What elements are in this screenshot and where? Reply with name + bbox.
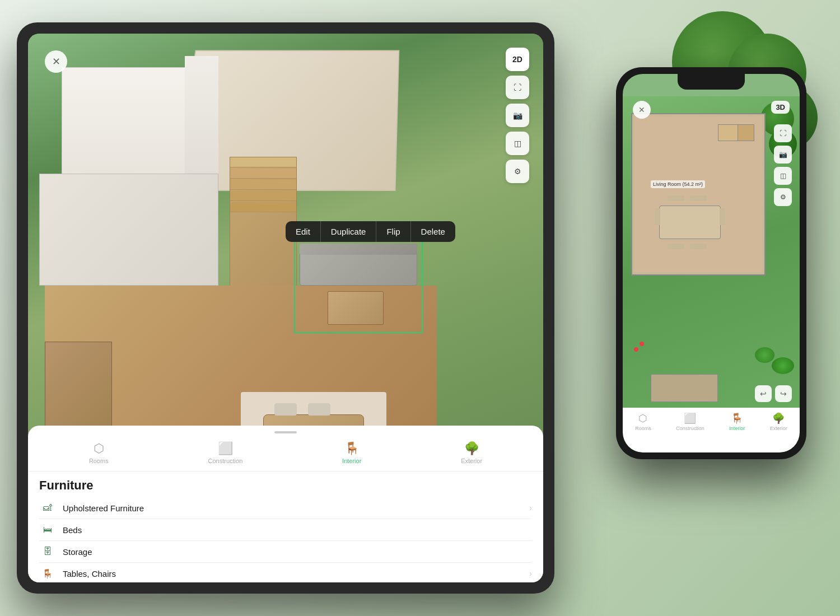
exterior-icon: 🌳: [464, 441, 479, 456]
panel-tabs: ⬡ Rooms ⬜ Construction 🪑 Interior 🌳 Exte…: [28, 437, 543, 472]
phone-chair-t1: [668, 195, 684, 201]
phone-chair-t2: [690, 195, 707, 201]
phone-layers-button[interactable]: ◫: [774, 167, 792, 185]
fullscreen-icon: ⛶: [514, 83, 521, 92]
wall-center: [185, 56, 218, 190]
flower-1: [634, 347, 638, 352]
step-5: [230, 202, 296, 212]
fullscreen-button[interactable]: ⛶: [506, 76, 529, 99]
arrow-0: ›: [529, 503, 532, 512]
flip-button[interactable]: Flip: [376, 221, 410, 242]
tab-construction[interactable]: ⬜ Construction: [199, 439, 252, 466]
phone-layers-icon: ◫: [780, 172, 786, 180]
app-container: Edit Duplicate Flip Delete: [0, 0, 840, 616]
phone-tab-rooms[interactable]: ⬡ Rooms: [635, 412, 651, 431]
step-4: [230, 191, 296, 201]
phone-dining-set: [659, 200, 721, 245]
rooms-icon: ⬡: [94, 441, 104, 456]
phone-settings-button[interactable]: ⚙: [774, 188, 792, 206]
tablet-toolbar: 2D ⛶ 📷 ◫ ⚙: [506, 48, 529, 183]
upholstered-icon: 🛋: [39, 502, 56, 514]
phone-chair-b2: [690, 244, 707, 249]
phone-item-2: [738, 124, 754, 141]
phone-rooms-icon: ⬡: [638, 412, 647, 424]
phone-item-1: [718, 124, 740, 141]
tab-rooms[interactable]: ⬡ Rooms: [80, 439, 118, 466]
phone-chair-r: [720, 208, 725, 225]
menu-item-upholstered[interactable]: 🛋 Upholstered Furniture ›: [39, 497, 532, 519]
phone-floorplan: Living Room (54.2 m²): [623, 96, 800, 408]
context-menu: Edit Duplicate Flip Delete: [286, 221, 455, 242]
tablet-screen: Edit Duplicate Flip Delete: [28, 34, 543, 582]
phone-table: [659, 206, 721, 239]
tables-icon: 🪑: [39, 568, 56, 579]
flower-2: [640, 342, 644, 346]
phone-shrub-2: [755, 347, 774, 363]
menu-item-tables[interactable]: 🪑 Tables, Chairs ›: [39, 563, 532, 582]
tablet-close-button[interactable]: ✕: [45, 50, 67, 73]
chair-3: [274, 403, 297, 416]
camera-button[interactable]: 📷: [506, 104, 529, 127]
phone-redo-button[interactable]: ↪: [775, 385, 792, 402]
step-3: [230, 180, 296, 190]
phone-tab-interior[interactable]: 🪑 Interior: [729, 412, 745, 431]
phone-construction-icon: ⬜: [684, 412, 696, 424]
phone-room-label: Living Room (54.2 m²): [651, 180, 705, 188]
chair-4: [308, 403, 330, 416]
phone-undo-redo: ↩ ↪: [755, 385, 792, 402]
phone-chair-l: [655, 208, 660, 225]
phone-camera-button[interactable]: 📷: [774, 146, 792, 164]
phone-close-button[interactable]: ✕: [633, 101, 651, 119]
construction-icon: ⬜: [218, 441, 233, 456]
bottom-panel: ⬡ Rooms ⬜ Construction 🪑 Interior 🌳 Exte…: [28, 426, 543, 582]
phone-notch: [678, 74, 745, 90]
sofa-area: [297, 241, 420, 330]
layers-icon: ◫: [514, 139, 521, 148]
duplicate-button[interactable]: Duplicate: [321, 221, 377, 242]
panel-content: Furniture 🛋 Upholstered Furniture › 🛏 Be…: [28, 472, 543, 582]
menu-item-beds[interactable]: 🛏 Beds ›: [39, 519, 532, 541]
tab-exterior[interactable]: 🌳 Exterior: [452, 439, 491, 466]
menu-item-storage[interactable]: 🗄 Storage ›: [39, 541, 532, 563]
delete-button[interactable]: Delete: [411, 221, 455, 242]
phone-settings-icon: ⚙: [780, 193, 786, 201]
selection-box: [294, 238, 423, 333]
interior-icon: 🪑: [344, 441, 360, 456]
phone-right-toolbar: ⛶ 📷 ◫ ⚙: [774, 124, 792, 206]
panel-handle: [274, 431, 297, 433]
kitchen-area: [39, 174, 218, 286]
phone-undo-button[interactable]: ↩: [755, 385, 772, 402]
phone-chair-b1: [668, 244, 684, 249]
phone-bottom-tabs: ⬡ Rooms ⬜ Construction 🪑 Interior 🌳 Exte…: [623, 408, 800, 452]
layers-button[interactable]: ◫: [506, 132, 529, 155]
phone-fullscreen-button[interactable]: ⛶: [774, 124, 792, 142]
arrow-3: ›: [529, 569, 532, 578]
tab-interior[interactable]: 🪑 Interior: [333, 439, 370, 466]
phone-interior-icon: 🪑: [731, 412, 743, 424]
step-2: [230, 169, 296, 179]
camera-icon: 📷: [513, 111, 522, 120]
phone-tab-exterior[interactable]: 🌳 Exterior: [770, 412, 787, 431]
tablet-device: Edit Duplicate Flip Delete: [17, 22, 554, 594]
edit-button[interactable]: Edit: [286, 221, 321, 242]
view-2d-button[interactable]: 2D: [506, 48, 529, 71]
phone-fullscreen-icon: ⛶: [780, 129, 786, 137]
storage-icon: 🗄: [39, 546, 56, 557]
settings-button[interactable]: ⚙: [506, 160, 529, 183]
phone-view-button[interactable]: 3D: [771, 101, 790, 114]
phone-tab-construction[interactable]: ⬜ Construction: [676, 412, 704, 431]
settings-icon: ⚙: [514, 167, 521, 176]
phone-exterior-icon: 🌳: [772, 412, 785, 424]
phone-shrub-1: [772, 357, 794, 374]
panel-title: Furniture: [39, 478, 532, 493]
phone-camera-icon: 📷: [779, 151, 787, 158]
beds-icon: 🛏: [39, 524, 56, 535]
phone-pathway: [651, 374, 718, 402]
step-1: [230, 157, 296, 167]
phone-screen: Living Room (54.2 m²): [623, 74, 800, 452]
phone-device: Living Room (54.2 m²): [616, 67, 806, 459]
